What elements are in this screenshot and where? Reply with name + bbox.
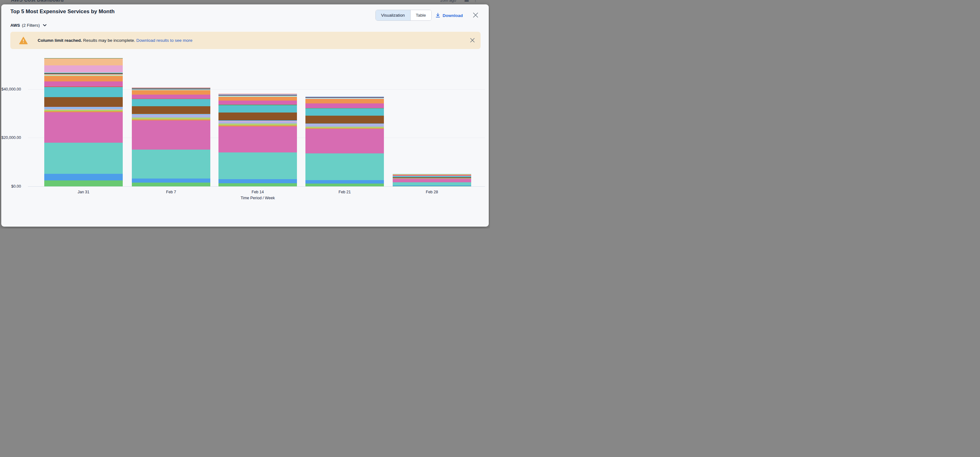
bar-segment-blue[interactable] [132,179,210,183]
bar-segment-magenta[interactable] [305,104,384,108]
bar-segment-magenta2[interactable] [393,179,471,182]
bar-segment-magenta2[interactable] [305,129,384,153]
bar-segment-aquamarine[interactable] [218,152,297,179]
bar-segment-magenta[interactable] [218,101,297,105]
bar-segment-plum[interactable] [44,66,123,72]
y-tick-40000: $40,000.00 [1,87,21,91]
background-last-updated: 20m ago [440,0,456,3]
x-axis-title: Time Period / Week [29,196,486,200]
bar-segment-green[interactable] [44,181,123,187]
bar-segment-aquamarine[interactable] [132,150,210,179]
bar-segment-brown[interactable] [305,116,384,123]
bar-segment-magenta[interactable] [44,81,123,86]
x-tick-feb-7: Feb 7 [132,190,210,194]
bar-segment-turquoise[interactable] [132,99,210,106]
x-axis-line [28,186,485,187]
bar-segment-blue[interactable] [44,174,123,181]
x-tick-feb-21: Feb 21 [305,190,384,194]
bar-jan-31[interactable] [44,58,123,186]
bar-feb-14[interactable] [218,94,297,186]
background-page-title: AWS Cost Dashboard [11,0,64,3]
bar-segment-turquoise[interactable] [44,87,123,97]
stacked-bar-chart: $40,000.00 $20,000.00 $0.00 Jan 31 Feb 7… [1,5,489,227]
kebab-menu-icon: ⋮ [473,0,477,3]
y-tick-0: $0.00 [1,184,21,189]
y-tick-20000: $20,000.00 [1,136,21,140]
bar-segment-magenta[interactable] [132,94,210,99]
bar-feb-7[interactable] [132,87,210,186]
bar-segment-sandy[interactable] [44,59,123,66]
bar-segment-aquamarine[interactable] [44,143,123,174]
bar-segment-brown[interactable] [132,106,210,114]
bar-segment-turquoise[interactable] [218,105,297,112]
bar-segment-magenta2[interactable] [44,112,123,143]
dimmed-background-header: AWS Cost Dashboard 20m ago ▬ ⋮ [0,0,490,5]
bar-segment-brown[interactable] [44,97,123,107]
bar-segment-aquamarine[interactable] [305,153,384,180]
bar-segment-blue[interactable] [305,180,384,184]
bar-feb-28[interactable] [393,174,471,186]
bar-segment-green[interactable] [132,183,210,187]
x-tick-feb-28: Feb 28 [393,190,471,194]
bar-segment-blue[interactable] [218,179,297,183]
chart-modal: Top 5 Most Expensive Services by Month A… [1,5,489,227]
bar-segment-brown[interactable] [218,112,297,120]
bar-segment-orange[interactable] [305,99,384,104]
bar-segment-magenta2[interactable] [132,120,210,150]
bar-segment-orange[interactable] [218,97,297,101]
x-tick-feb-14: Feb 14 [218,190,297,194]
bar-segment-turquoise[interactable] [305,109,384,116]
bar-segment-green[interactable] [305,184,384,186]
bar-segment-aquamarine[interactable] [393,182,471,185]
bar-segment-orange[interactable] [132,90,210,94]
x-tick-jan-31: Jan 31 [44,190,123,194]
bar-segment-orange[interactable] [44,76,123,82]
bar-segment-magenta2[interactable] [218,126,297,153]
bar-feb-21[interactable] [305,96,384,187]
bar-segment-green[interactable] [393,186,471,187]
bar-segment-green[interactable] [218,183,297,187]
menu-icon: ▬ [465,0,469,3]
